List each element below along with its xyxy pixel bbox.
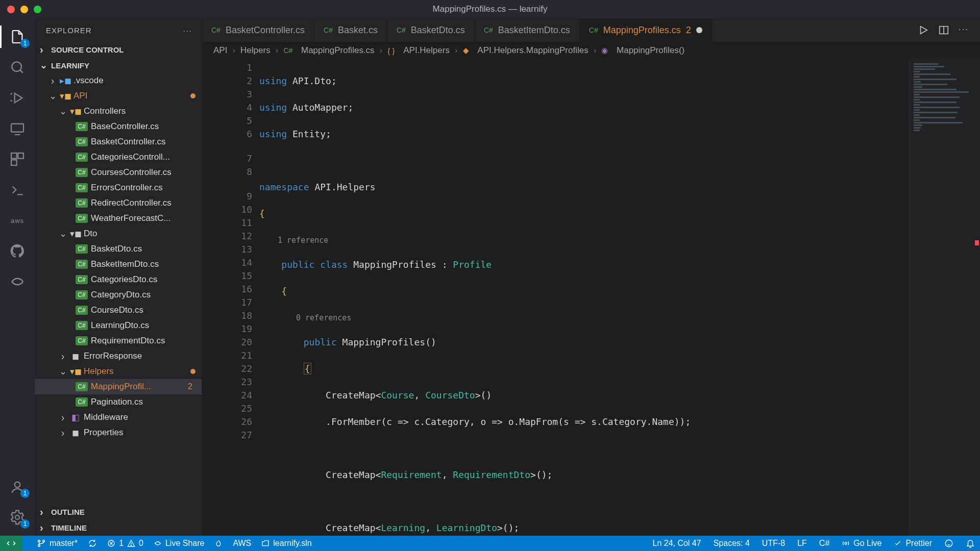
tab-basketitemdto[interactable]: C#BasketItemDto.cs: [475, 18, 580, 42]
section-timeline[interactable]: TIMELINE: [35, 520, 202, 536]
more-icon[interactable]: ···: [959, 24, 969, 36]
chevron-down-icon: [58, 228, 67, 239]
file-mapping-profiles[interactable]: C# MappingProfil... 2: [35, 379, 202, 394]
activity-extensions[interactable]: [0, 144, 35, 174]
activity-terminal[interactable]: [0, 174, 35, 205]
folder-controllers[interactable]: ▾◼ Controllers: [35, 104, 202, 119]
file-tree: ▸◼ .vscode ▾◼ API ▾◼ Controllers C#BaseC…: [35, 73, 202, 504]
folder-helpers[interactable]: ▾◼ Helpers: [35, 364, 202, 379]
status-problems[interactable]: 1 0: [107, 539, 143, 548]
code-lens[interactable]: 0 references: [259, 311, 980, 322]
section-outline[interactable]: OUTLINE: [35, 504, 202, 520]
breadcrumb-seg[interactable]: { } API.Helpers: [387, 45, 450, 56]
breadcrumb-seg[interactable]: ◉ MappingProfiles(): [601, 45, 684, 56]
activity-remote[interactable]: [0, 113, 35, 144]
file-row[interactable]: C#ErrorsController.cs: [35, 180, 202, 195]
file-label: MappingProfil...: [91, 382, 151, 392]
lang-icon: C#: [484, 26, 493, 34]
folder-error-response[interactable]: ◼ ErrorResponse: [35, 348, 202, 364]
run-icon[interactable]: [918, 24, 929, 36]
lang-icon: C#: [324, 26, 333, 34]
status-live-share[interactable]: Live Share: [154, 539, 205, 548]
file-row[interactable]: C#CategoriesControll...: [35, 149, 202, 165]
cs-icon: C#: [76, 137, 88, 146]
tab-basket[interactable]: C#Basket.cs: [314, 18, 387, 42]
svg-rect-1: [11, 124, 23, 132]
file-label: ErrorsController.cs: [91, 183, 163, 193]
file-label: BasketDto.cs: [91, 244, 142, 254]
section-project[interactable]: LEARNIFY: [35, 58, 202, 73]
tab-label: BasketItemDto.cs: [498, 25, 570, 36]
status-branch[interactable]: master*: [37, 539, 78, 548]
breadcrumb-seg[interactable]: Helpers: [240, 45, 271, 56]
status-aws[interactable]: AWS: [233, 539, 251, 548]
activity-aws[interactable]: aws: [0, 205, 35, 236]
file-row[interactable]: C#CategoryDto.cs: [35, 287, 202, 303]
explorer-sidebar: EXPLORER ··· SOURCE CONTROL LEARNIFY ▸◼ …: [35, 18, 202, 536]
activity-debug[interactable]: [0, 83, 35, 113]
breadcrumb-seg[interactable]: ◆ API.Helpers.MappingProfiles: [463, 45, 589, 56]
file-row[interactable]: C#WeatherForecastC...: [35, 211, 202, 226]
file-row[interactable]: C#CategoriesDto.cs: [35, 272, 202, 287]
file-row[interactable]: C#BasketDto.cs: [35, 241, 202, 257]
explorer-more-icon[interactable]: ···: [183, 26, 192, 35]
activity-explorer[interactable]: 1: [0, 21, 35, 52]
activity-github[interactable]: [0, 236, 35, 266]
cs-icon: C#: [76, 290, 88, 299]
folder-properties[interactable]: ◼ Properties: [35, 425, 202, 440]
svg-point-6: [15, 515, 19, 519]
folder-label: .vscode: [74, 76, 104, 86]
file-row[interactable]: C#CoursesController.cs: [35, 165, 202, 180]
code-editor[interactable]: 123456 78 910111213141516171819202122232…: [202, 59, 980, 536]
cs-icon: C#: [76, 168, 88, 177]
file-label: LearningDto.cs: [91, 320, 149, 331]
breadcrumb-seg[interactable]: C# MappingProfiles.cs: [283, 45, 374, 56]
file-label: BasketItemDto.cs: [91, 259, 159, 269]
cs-icon: C#: [76, 214, 88, 223]
window-maximize[interactable]: [34, 6, 41, 13]
breadcrumb-seg[interactable]: API: [213, 45, 227, 56]
folder-middleware[interactable]: ◧ Middleware: [35, 410, 202, 425]
code-content[interactable]: using API.Dto; using AutoMapper; using E…: [259, 59, 980, 536]
file-pagination[interactable]: C#Pagination.cs: [35, 394, 202, 410]
window-minimize[interactable]: [20, 6, 28, 13]
folder-open-icon: ▾◼: [60, 91, 70, 102]
cs-icon: C#: [76, 198, 88, 208]
accounts-badge: 1: [20, 489, 30, 498]
file-label: CategoriesDto.cs: [91, 274, 157, 285]
file-row[interactable]: C#BasketController.cs: [35, 134, 202, 149]
activity-accounts[interactable]: 1: [0, 471, 35, 502]
status-sync[interactable]: [88, 539, 97, 548]
window-close[interactable]: [7, 6, 15, 13]
tab-mappingprofiles[interactable]: C# MappingProfiles.cs 2: [580, 18, 712, 42]
file-row[interactable]: C#RequirementDto.cs: [35, 333, 202, 348]
folder-label: Controllers: [84, 106, 126, 116]
chevron-right-icon: [58, 412, 67, 423]
folder-vscode[interactable]: ▸◼ .vscode: [35, 73, 202, 88]
remote-button[interactable]: [0, 536, 22, 551]
breadcrumb[interactable]: API› Helpers› C# MappingProfiles.cs› { }…: [202, 42, 980, 59]
file-row[interactable]: C#BaseController.cs: [35, 119, 202, 134]
status-aws-flame[interactable]: [214, 539, 223, 547]
folder-api[interactable]: ▾◼ API: [35, 88, 202, 104]
folder-dto[interactable]: ▾◼ Dto: [35, 226, 202, 241]
cs-icon: C#: [76, 244, 88, 254]
cs-icon: C#: [76, 260, 88, 269]
cs-icon: C#: [76, 122, 88, 131]
file-row[interactable]: C#CourseDto.cs: [35, 303, 202, 318]
minimap[interactable]: [909, 59, 980, 536]
split-editor-icon[interactable]: [938, 24, 949, 36]
tab-basketcontroller[interactable]: C#BasketController.cs: [202, 18, 314, 42]
svg-point-8: [38, 540, 40, 542]
activity-search[interactable]: [0, 52, 35, 83]
activity-share[interactable]: [0, 266, 35, 297]
tab-basketdto[interactable]: C#BasketDto.cs: [387, 18, 475, 42]
file-row[interactable]: C#LearningDto.cs: [35, 318, 202, 333]
code-lens[interactable]: 1 reference: [259, 234, 980, 245]
file-label: RequirementDto.cs: [91, 336, 165, 346]
activity-settings[interactable]: 1: [0, 502, 35, 533]
section-source-control[interactable]: SOURCE CONTROL: [35, 42, 202, 58]
svg-rect-2: [11, 153, 17, 159]
file-row[interactable]: C#RedirectController.cs: [35, 195, 202, 211]
file-row[interactable]: C#BasketItemDto.cs: [35, 257, 202, 272]
